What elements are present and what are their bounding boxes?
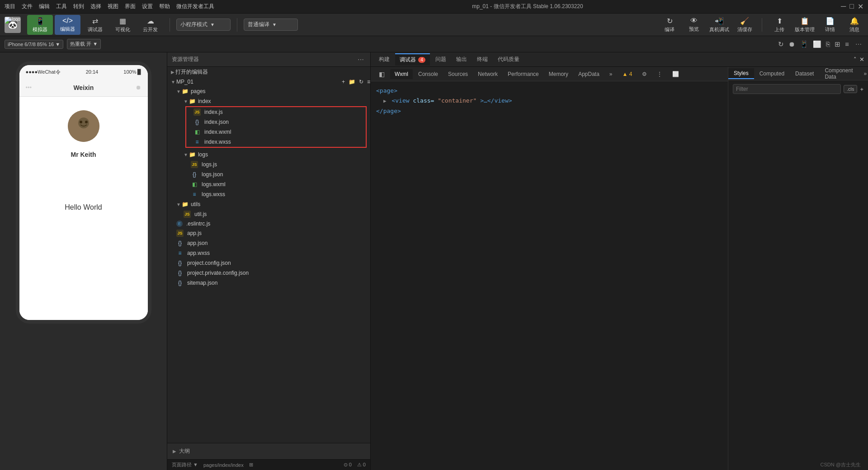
version-manage-button[interactable]: 📋 版本管理: [795, 17, 815, 33]
menu-interface[interactable]: 界面: [125, 3, 136, 10]
util-js-file[interactable]: JS util.js: [167, 209, 370, 219]
refresh-icon[interactable]: ↻: [778, 40, 784, 48]
app-wxss-file[interactable]: ≡ app.wxss: [167, 248, 370, 258]
tab-computed[interactable]: Computed: [754, 69, 790, 79]
index-wxss-file[interactable]: ≡ index.wxss: [186, 137, 366, 147]
outline-section[interactable]: ▶ 大纲: [167, 443, 370, 459]
tab-debugger[interactable]: 调试器 4: [395, 53, 430, 66]
window-controls[interactable]: ─ □ ✕: [841, 2, 863, 11]
project-menu-icon[interactable]: ≡: [367, 79, 370, 85]
menu-select[interactable]: 选择: [90, 3, 101, 10]
menu-file[interactable]: 文件: [22, 3, 33, 10]
sitemap-file[interactable]: {} sitemap.json: [167, 278, 370, 288]
project-config-file[interactable]: {} project.config.json: [167, 258, 370, 268]
minimize-button[interactable]: ─: [841, 2, 846, 11]
menu-goto[interactable]: 转到: [73, 3, 84, 10]
mode-select[interactable]: 小程序模式 ▼: [176, 19, 231, 31]
device-select[interactable]: iPhone 6/7/8 85% 16 ▼: [5, 40, 63, 49]
hot-reload-select[interactable]: 热重载 开 ▼: [67, 39, 101, 49]
code-expand-arrow[interactable]: ▶: [383, 98, 387, 104]
tab-more[interactable]: »: [605, 69, 617, 79]
messages-button[interactable]: 🔔 消息: [845, 17, 863, 33]
real-device-button[interactable]: 📲 真机调试: [709, 17, 729, 33]
tab-output[interactable]: 输出: [452, 54, 472, 65]
tab-memory[interactable]: Memory: [544, 69, 573, 79]
menu-bar[interactable]: 项目 文件 编辑 工具 转到 选择 视图 界面 设置 帮助 微信开发者工具: [5, 3, 214, 10]
menu-help[interactable]: 帮助: [159, 3, 170, 10]
panel-select-icon[interactable]: ◧: [374, 69, 389, 80]
upload-button[interactable]: ⬆ 上传: [770, 17, 788, 33]
tab-sources[interactable]: Sources: [443, 69, 472, 79]
grid-icon[interactable]: ⊞: [835, 40, 840, 48]
clear-cache-button[interactable]: 🧹 清缓存: [736, 17, 754, 33]
cloud-button[interactable]: ☁ 云开发: [137, 15, 163, 35]
index-folder[interactable]: ▼ 📁 index: [167, 96, 370, 106]
tab-network[interactable]: Network: [473, 69, 502, 79]
phone-record-btn[interactable]: ⏺: [136, 84, 142, 91]
tab-component-data[interactable]: Component Data: [819, 67, 858, 82]
panel-expand-icon[interactable]: ⬜: [668, 69, 684, 79]
add-style-btn[interactable]: +: [860, 86, 863, 93]
resource-more-btn[interactable]: ⋯: [356, 56, 366, 63]
utils-folder[interactable]: ▼ 📁 utils: [167, 199, 370, 209]
tab-wxml[interactable]: Wxml: [390, 69, 413, 79]
tab-dataset[interactable]: Dataset: [790, 69, 819, 79]
index-js-file[interactable]: JS index.js: [186, 107, 366, 117]
tab-performance[interactable]: Performance: [503, 69, 543, 79]
menu-settings[interactable]: 设置: [142, 3, 153, 10]
tab-appdata[interactable]: AppData: [574, 69, 604, 79]
logs-json-file[interactable]: {} logs.json: [167, 169, 370, 179]
compile-button[interactable]: ↻ 编译: [660, 17, 679, 33]
tab-console[interactable]: Console: [414, 69, 443, 79]
menu-edit[interactable]: 编辑: [39, 3, 50, 10]
menu-tools[interactable]: 工具: [56, 3, 67, 10]
logs-wxss-file[interactable]: ≡ logs.wxss: [167, 189, 370, 199]
sub-toolbar-more[interactable]: ⋯: [854, 41, 863, 48]
menu-wechat-devtools[interactable]: 微信开发者工具: [176, 3, 214, 10]
page-path-btn[interactable]: 页面路径 ▼: [172, 461, 198, 468]
app-js-file[interactable]: JS app.js: [167, 228, 370, 238]
tab-terminal[interactable]: 终端: [472, 54, 492, 65]
inspector-more-btn[interactable]: »: [858, 69, 868, 79]
logs-wxml-file[interactable]: ◧ logs.wxml: [167, 179, 370, 189]
eslintrc-file[interactable]: E .eslintrc.js: [167, 219, 370, 228]
pages-folder[interactable]: ▼ 📁 pages: [167, 86, 370, 96]
settings-icon[interactable]: ⚙: [637, 69, 651, 79]
tab-styles[interactable]: Styles: [728, 68, 754, 79]
window-icon[interactable]: ⬜: [813, 40, 821, 48]
devtools-minimize-btn[interactable]: ˄: [854, 56, 857, 63]
tab-build[interactable]: 构建: [374, 54, 394, 65]
project-root[interactable]: ▼ MP_01 + 📁 ↻ ≡: [167, 77, 370, 86]
maximize-button[interactable]: □: [849, 2, 854, 11]
menu-view[interactable]: 视图: [108, 3, 118, 10]
page-icon[interactable]: ⊞: [249, 462, 253, 468]
tab-code-quality[interactable]: 代码质量: [493, 54, 524, 65]
panel-dots-icon[interactable]: ⋮: [652, 69, 667, 79]
filter-input[interactable]: [733, 84, 841, 94]
phone-icon[interactable]: 📱: [800, 40, 808, 48]
preview-button[interactable]: 👁 预览: [685, 17, 703, 33]
open-editors-section[interactable]: ▶ 打开的编辑器: [167, 67, 370, 77]
project-private-file[interactable]: {} project.private.config.json: [167, 268, 370, 278]
menu-project[interactable]: 项目: [5, 3, 15, 10]
copy-icon[interactable]: ⎘: [826, 40, 830, 48]
app-json-file[interactable]: {} app.json: [167, 238, 370, 248]
add-file-icon[interactable]: +: [342, 79, 345, 85]
compile-select[interactable]: 普通编译 ▼: [244, 19, 298, 31]
simulator-button[interactable]: 📱 模拟器: [27, 15, 53, 35]
refresh-project-icon[interactable]: ↻: [359, 79, 363, 85]
editor-button[interactable]: </> 编辑器: [55, 15, 80, 35]
logs-folder[interactable]: ▼ 📁 logs: [167, 150, 370, 160]
record-icon[interactable]: ⏺: [788, 40, 795, 48]
tab-problems[interactable]: 问题: [431, 54, 451, 65]
logs-js-file[interactable]: JS logs.js: [167, 160, 370, 169]
close-button[interactable]: ✕: [858, 2, 863, 11]
menu-icon[interactable]: ≡: [845, 40, 849, 48]
visualize-button[interactable]: ▦ 可视化: [110, 15, 136, 35]
cls-badge[interactable]: .cls: [844, 85, 858, 93]
phone-nav-dots[interactable]: •••: [26, 84, 32, 91]
details-button[interactable]: 📄 详情: [821, 17, 839, 33]
index-json-file[interactable]: {} index.json: [186, 117, 366, 127]
devtools-close-btn[interactable]: ✕: [859, 56, 864, 63]
index-wxml-file[interactable]: ◧ index.wxml: [186, 127, 366, 137]
